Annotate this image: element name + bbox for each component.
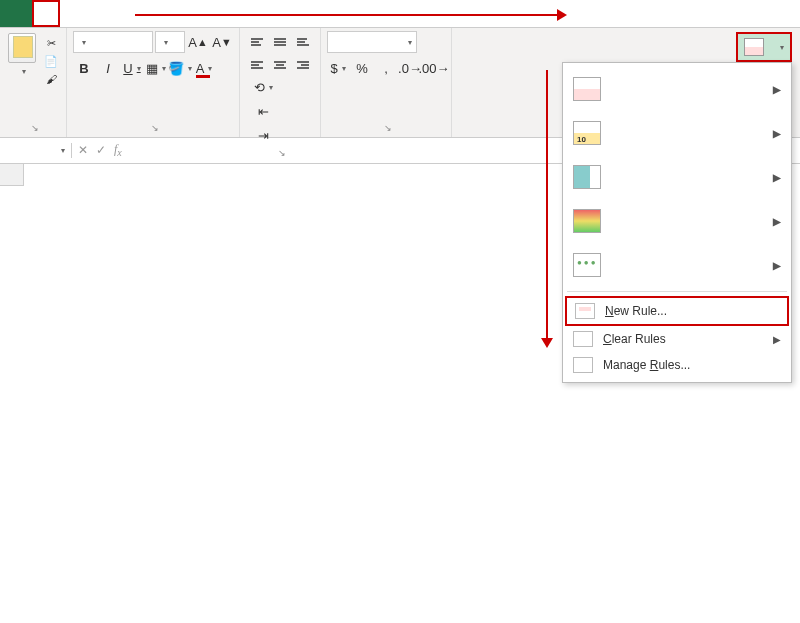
- conditional-formatting-wrap: ▾ ▶ ▶ ▶ ▶ ▶ New Rule... Clear Rules▶ Man…: [736, 32, 792, 62]
- font-color-button[interactable]: A▾: [193, 57, 215, 79]
- chevron-right-icon: ▶: [773, 172, 781, 183]
- accept-formula-icon[interactable]: ✓: [96, 143, 106, 157]
- borders-button[interactable]: ▦▾: [145, 57, 167, 79]
- menu-label: New Rule...: [605, 304, 667, 318]
- cancel-formula-icon[interactable]: ✕: [78, 143, 88, 157]
- group-clipboard: ▾ ✂ 📄 🖌 ↘: [0, 28, 67, 137]
- decrease-font-button[interactable]: A▼: [211, 31, 233, 53]
- ribbon: ▾ ✂ 📄 🖌 ↘ ▾ ▾ A▲ A▼ B I U▾ ▦▾ 🪣▾: [0, 28, 800, 138]
- dialog-launcher-icon[interactable]: ↘: [384, 123, 392, 133]
- menu-label: Manage Rules...: [603, 358, 690, 372]
- chevron-down-icon: ▾: [82, 38, 86, 47]
- menu-color-scales[interactable]: ▶: [565, 199, 789, 243]
- menu-new-rule[interactable]: New Rule...: [565, 296, 789, 326]
- menu-label: Clear Rules: [603, 332, 666, 346]
- top-bottom-icon: [573, 121, 601, 145]
- paste-icon: [8, 33, 36, 63]
- dialog-launcher-icon[interactable]: ↘: [151, 123, 159, 133]
- decrease-decimal-button[interactable]: .00→: [423, 57, 445, 79]
- font-family-select[interactable]: ▾: [73, 31, 153, 53]
- copy-button[interactable]: 📄: [42, 53, 60, 69]
- align-left[interactable]: [246, 54, 268, 76]
- tab-insert[interactable]: [60, 0, 84, 27]
- highlight-cells-icon: [573, 77, 601, 101]
- group-alignment: ⟲▾ ⇤ ⇥ ↘: [240, 28, 321, 137]
- decrease-indent-button[interactable]: ⇤: [252, 100, 274, 122]
- menu-icon-sets[interactable]: ▶: [565, 243, 789, 287]
- new-rule-icon: [575, 303, 595, 319]
- color-scales-icon: [573, 209, 601, 233]
- dialog-launcher-icon[interactable]: ↘: [31, 123, 39, 133]
- accounting-format-button[interactable]: $▾: [327, 57, 349, 79]
- name-box[interactable]: ▾: [0, 143, 72, 158]
- annotation-arrow: [135, 14, 565, 16]
- fill-color-button[interactable]: 🪣▾: [169, 57, 191, 79]
- align-top[interactable]: [246, 31, 268, 53]
- tab-home[interactable]: [32, 0, 60, 27]
- annotation-arrow: [546, 70, 548, 346]
- menu-highlight-cells-rules[interactable]: ▶: [565, 67, 789, 111]
- manage-rules-icon: [573, 357, 593, 373]
- chevron-down-icon: ▾: [164, 38, 168, 47]
- conditional-formatting-icon: [744, 38, 764, 56]
- tab-formulas[interactable]: [108, 0, 132, 27]
- clear-rules-icon: [573, 331, 593, 347]
- paste-button[interactable]: ▾: [6, 31, 38, 78]
- group-font: ▾ ▾ A▲ A▼ B I U▾ ▦▾ 🪣▾ A▾ ↘: [67, 28, 240, 137]
- chevron-right-icon: ▶: [773, 334, 781, 345]
- number-format-select[interactable]: ▾: [327, 31, 417, 53]
- chevron-down-icon: ▾: [61, 146, 65, 155]
- chevron-right-icon: ▶: [773, 260, 781, 271]
- percent-button[interactable]: %: [351, 57, 373, 79]
- font-size-select[interactable]: ▾: [155, 31, 185, 53]
- orientation-button[interactable]: ⟲▾: [252, 76, 274, 98]
- align-center[interactable]: [269, 54, 291, 76]
- tab-page-layout[interactable]: [84, 0, 108, 27]
- underline-button[interactable]: U▾: [121, 57, 143, 79]
- data-bars-icon: [573, 165, 601, 189]
- chevron-right-icon: ▶: [773, 128, 781, 139]
- italic-button[interactable]: I: [97, 57, 119, 79]
- cut-button[interactable]: ✂: [42, 35, 60, 51]
- align-middle[interactable]: [269, 31, 291, 53]
- conditional-formatting-menu: ▶ ▶ ▶ ▶ ▶ New Rule... Clear Rules▶ Manag…: [562, 62, 792, 383]
- format-painter-button[interactable]: 🖌: [42, 71, 60, 87]
- increase-indent-button[interactable]: ⇥: [252, 124, 274, 146]
- conditional-formatting-button[interactable]: ▾: [736, 32, 792, 62]
- menu-data-bars[interactable]: ▶: [565, 155, 789, 199]
- icon-sets-icon: [573, 253, 601, 277]
- select-all-corner[interactable]: [0, 164, 24, 186]
- chevron-right-icon: ▶: [773, 84, 781, 95]
- chevron-down-icon: ▾: [780, 43, 784, 52]
- menu-separator: [567, 291, 787, 292]
- align-right[interactable]: [292, 54, 314, 76]
- group-number: ▾ $▾ % , .0→ .00→ ↘: [321, 28, 452, 137]
- dialog-launcher-icon[interactable]: ↘: [278, 148, 286, 158]
- chevron-right-icon: ▶: [773, 216, 781, 227]
- bold-button[interactable]: B: [73, 57, 95, 79]
- chevron-down-icon: ▾: [22, 67, 26, 76]
- menu-clear-rules[interactable]: Clear Rules▶: [565, 326, 789, 352]
- menu-top-bottom-rules[interactable]: ▶: [565, 111, 789, 155]
- align-bottom[interactable]: [292, 31, 314, 53]
- increase-font-button[interactable]: A▲: [187, 31, 209, 53]
- menu-manage-rules[interactable]: Manage Rules...: [565, 352, 789, 378]
- comma-button[interactable]: ,: [375, 57, 397, 79]
- chevron-down-icon: ▾: [408, 38, 412, 47]
- fx-icon[interactable]: fx: [114, 142, 122, 158]
- tab-file[interactable]: [0, 0, 32, 27]
